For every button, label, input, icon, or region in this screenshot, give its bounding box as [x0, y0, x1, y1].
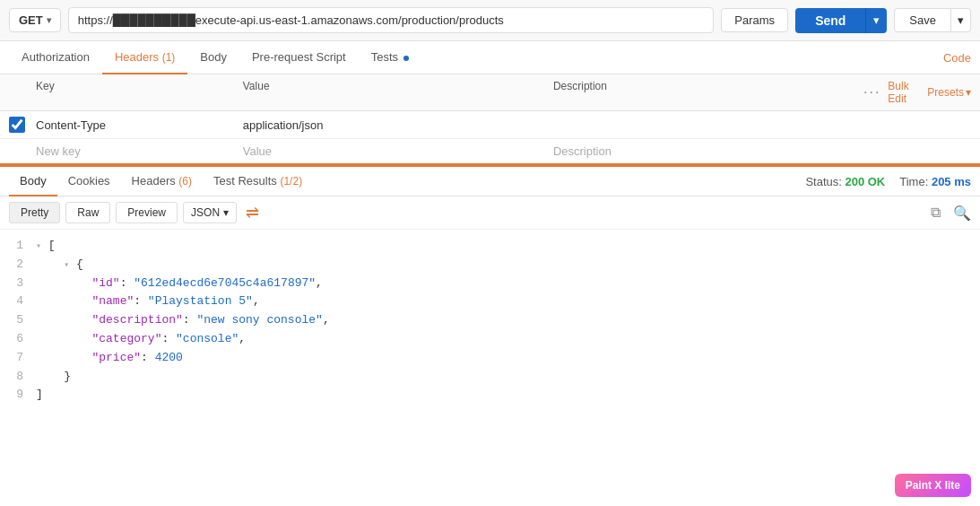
- code-line-1: ▾ [: [36, 237, 976, 256]
- tab-authorization[interactable]: Authorization: [9, 41, 102, 74]
- header-checkbox[interactable]: [9, 117, 25, 133]
- code-area: 1 2 3 4 5 6 7 8 9 ▾ [ ▾ { "id": "612ed4e…: [0, 230, 980, 412]
- language-label: JSON: [191, 206, 220, 219]
- preview-button[interactable]: Preview: [116, 202, 178, 223]
- save-button[interactable]: Save: [894, 8, 951, 32]
- response-toolbar: Pretty Raw Preview JSON ▾ ⇌ ⧉ 🔍: [0, 196, 980, 230]
- response-tabs-bar: Body Cookies Headers (6) Test Results (1…: [0, 167, 980, 196]
- headers-empty-row: New key Value Description: [0, 139, 980, 163]
- header-col-value: Value: [243, 80, 553, 105]
- wrap-icon[interactable]: ⇌: [246, 203, 259, 222]
- tab-headers[interactable]: Headers (1): [102, 41, 187, 74]
- headers-table-header: Key Value Description ··· Bulk Edit Pres…: [0, 74, 980, 111]
- top-bar: GET ▾ Params Send ▾ Save ▾: [0, 0, 980, 41]
- search-icon[interactable]: 🔍: [953, 205, 971, 222]
- paint-badge: Paint X lite: [895, 474, 971, 497]
- new-value-placeholder[interactable]: Value: [243, 144, 553, 158]
- test-results-badge: (1/2): [280, 175, 302, 188]
- copy-icon[interactable]: ⧉: [931, 205, 941, 221]
- header-col-description: Description: [553, 80, 863, 105]
- code-content: ▾ [ ▾ { "id": "612ed4ecd6e7045c4a617897"…: [32, 237, 980, 405]
- raw-button[interactable]: Raw: [65, 202, 110, 223]
- method-selector[interactable]: GET ▾: [9, 8, 61, 32]
- tab-test-results[interactable]: Test Results (1/2): [203, 167, 313, 196]
- response-headers-badge: (6): [178, 175, 192, 188]
- method-chevron-icon: ▾: [47, 15, 51, 25]
- code-line-4: "name": "Playstation 5",: [36, 292, 976, 311]
- tab-response-headers[interactable]: Headers (6): [121, 167, 203, 196]
- tab-response-body[interactable]: Body: [9, 167, 57, 196]
- send-button[interactable]: Send: [795, 8, 865, 33]
- status-label: Status: 200 OK: [805, 175, 885, 188]
- more-options-icon[interactable]: ···: [863, 84, 880, 100]
- tab-response-cookies[interactable]: Cookies: [57, 167, 121, 196]
- time-label: Time: 205 ms: [899, 175, 971, 188]
- status-value: 200 OK: [845, 175, 885, 188]
- headers-row: Content-Type application/json: [0, 111, 980, 139]
- code-line-8: }: [36, 368, 976, 387]
- bulk-edit-button[interactable]: Bulk Edit: [888, 80, 920, 105]
- save-button-group: Save ▾: [894, 8, 971, 32]
- time-value: 205 ms: [932, 175, 971, 188]
- send-dropdown-button[interactable]: ▾: [865, 8, 887, 33]
- header-col-check: [9, 80, 36, 105]
- request-tabs: Authorization Headers (1) Body Pre-reque…: [0, 41, 980, 74]
- new-description-placeholder[interactable]: Description: [553, 144, 863, 158]
- params-button[interactable]: Params: [721, 8, 788, 32]
- url-input[interactable]: [68, 7, 715, 33]
- method-label: GET: [19, 13, 43, 27]
- presets-button[interactable]: Presets ▾: [927, 86, 971, 99]
- code-line-2: ▾ {: [36, 256, 976, 275]
- headers-badge: (1): [162, 51, 176, 64]
- tab-body[interactable]: Body: [187, 41, 239, 74]
- header-key: Content-Type: [36, 118, 243, 132]
- code-line-9: ]: [36, 386, 976, 405]
- tab-prerequest[interactable]: Pre-request Script: [239, 41, 359, 74]
- header-value: application/json: [243, 118, 553, 132]
- line-numbers: 1 2 3 4 5 6 7 8 9: [0, 237, 32, 405]
- new-key-placeholder[interactable]: New key: [36, 144, 243, 158]
- header-col-key: Key: [36, 80, 243, 105]
- code-line-5: "description": "new sony console",: [36, 311, 976, 330]
- code-line-3: "id": "612ed4ecd6e7045c4a617897",: [36, 275, 976, 293]
- language-chevron-icon: ▾: [223, 206, 229, 219]
- code-line-6: "category": "console",: [36, 330, 976, 349]
- send-button-group: Send ▾: [795, 8, 887, 33]
- pretty-button[interactable]: Pretty: [9, 202, 60, 223]
- code-link[interactable]: Code: [943, 51, 971, 65]
- tests-dot: [403, 56, 409, 61]
- presets-chevron-icon: ▾: [966, 86, 971, 99]
- status-bar: Status: 200 OK Time: 205 ms: [805, 175, 971, 188]
- tab-tests[interactable]: Tests: [359, 41, 421, 74]
- header-col-actions: ··· Bulk Edit Presets ▾: [863, 80, 971, 105]
- save-dropdown-button[interactable]: ▾: [951, 8, 971, 32]
- code-line-7: "price": 4200: [36, 349, 976, 368]
- language-selector[interactable]: JSON ▾: [183, 202, 237, 223]
